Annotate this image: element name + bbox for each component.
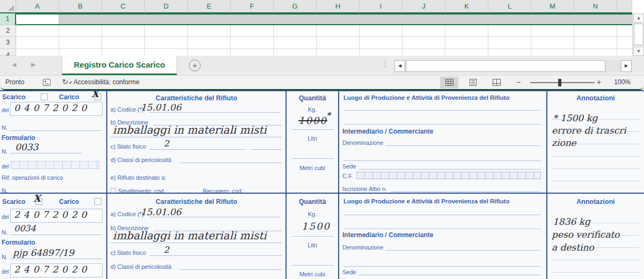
zoom-slider-thumb[interactable]	[558, 79, 561, 86]
luogo-header-2: Luogo di Produzione e Attività di Proven…	[343, 198, 543, 204]
classi-line-r2	[180, 262, 282, 270]
stato-fisico-line	[149, 142, 246, 150]
row-header-2[interactable]: 2	[0, 25, 16, 37]
column-header-m[interactable]: M	[531, 0, 574, 13]
kg-line-2	[292, 229, 334, 237]
carico-label: Carico	[59, 93, 79, 101]
form-divider-4	[546, 91, 547, 279]
form-divider-3	[338, 91, 339, 279]
column-header-a[interactable]: A	[16, 0, 59, 13]
litri-line-2	[292, 258, 334, 266]
column-header-e[interactable]: E	[188, 0, 231, 13]
annotazione-line-1: * 1500 kg	[553, 113, 598, 123]
column-header-l[interactable]: L	[488, 0, 531, 13]
del2-label: del	[2, 164, 9, 170]
quantita-header-2: Quantità	[287, 198, 338, 205]
descrizione-line2-r2	[111, 236, 282, 243]
intermediario-label: Intermediario / Commerciante	[342, 128, 433, 135]
horizontal-scrollbar[interactable]: ◀ ▶	[394, 60, 632, 72]
litri-label-2: Litri	[287, 242, 338, 248]
page-break-icon	[493, 79, 501, 86]
zoom-in-button[interactable]: +	[597, 78, 601, 86]
intermediario-label-2: Intermediario / Commerciante	[342, 231, 433, 239]
luogo-line3-r2	[343, 259, 541, 267]
sheet-options-dots-icon[interactable]: ⋮	[381, 59, 389, 69]
metri-cubi-label: Metri cubi	[287, 165, 338, 171]
stato-fisico-line2	[251, 142, 282, 150]
add-sheet-button[interactable]: +	[189, 60, 201, 71]
sheet-nav-left-icon[interactable]: ◀	[12, 61, 16, 68]
column-header-k[interactable]: K	[445, 0, 488, 13]
normal-view-button[interactable]	[440, 77, 458, 89]
horizontal-scroll-thumb[interactable]	[406, 60, 605, 72]
caratteristiche-header: Caratteristiche del Rifiuto	[107, 94, 286, 102]
luogo-line1	[343, 103, 541, 111]
page-break-view-button[interactable]	[487, 77, 506, 89]
formulario-date-value-2: 24072020	[14, 264, 91, 275]
column-header-f[interactable]: F	[231, 0, 274, 13]
sede-line-2	[358, 268, 541, 275]
classi-line	[180, 156, 282, 163]
sheet-tab-bar: ◀ ▶ Registro Carico Scarico + ⋮ ◀ ▶	[0, 56, 644, 75]
active-cell-a1[interactable]	[16, 14, 59, 24]
column-header-g[interactable]: G	[274, 0, 317, 13]
zoom-level-label[interactable]: 100%	[609, 78, 631, 86]
annotazioni-header: Annotazioni	[547, 94, 644, 102]
column-header-j[interactable]: J	[402, 0, 445, 13]
column-header-c[interactable]: C	[102, 0, 145, 13]
scarico-label-2: Scarico	[2, 198, 25, 205]
scarico-label: Scarico	[2, 93, 25, 101]
status-bar: Pronto ↻✔ Accessibilità: conforme −	[0, 75, 644, 89]
accessibility-status-label[interactable]: Accessibilità: conforme	[74, 78, 140, 86]
del2-label-2: del	[2, 269, 9, 275]
row-header-3[interactable]: 3	[0, 37, 16, 49]
sheet-nav-right-icon[interactable]: ▶	[31, 61, 35, 68]
page-layout-icon	[469, 79, 477, 86]
denominazione-line	[385, 138, 541, 146]
scarico-checkbox	[41, 93, 48, 100]
column-header-d[interactable]: D	[145, 0, 188, 13]
accessibility-icon[interactable]: ↻✔	[62, 78, 71, 86]
scroll-up-icon[interactable]: ▲	[633, 13, 644, 23]
zoom-out-button[interactable]: −	[516, 78, 521, 86]
register-record-1: Scarico Carico X del 04072020 N. Formula…	[0, 91, 644, 194]
page-layout-view-button[interactable]	[464, 77, 482, 89]
del-label: del	[2, 107, 9, 113]
albo-label: Iscrizione Albo n.	[342, 186, 387, 192]
row-header-4[interactable]: 4	[0, 49, 16, 56]
registro-form-image: Scarico Carico X del 04072020 N. Formula…	[0, 90, 644, 279]
h-scroll-right-icon[interactable]: ▶	[621, 60, 632, 72]
row-1-selection[interactable]	[16, 13, 632, 25]
litri-label: Litri	[287, 135, 338, 142]
kg-label-2: Kg.	[287, 211, 338, 217]
descrizione-line2	[111, 130, 282, 137]
column-header-stub	[617, 0, 632, 13]
sheet-tab-registro-carico-scarico[interactable]: Registro Carico Scarico	[62, 56, 177, 75]
macro-record-icon[interactable]	[43, 79, 50, 86]
classi-label-2: d) Classi di pericolosità	[111, 263, 171, 270]
metri-cubi-label-2: Metri cubi	[287, 271, 338, 277]
albo-line	[391, 185, 541, 192]
n-label-2: N.	[2, 229, 8, 236]
codice-line-2	[149, 210, 281, 217]
register-record-2: Scarico X Carico del 24072020 N. 0034 Fo…	[0, 194, 644, 279]
zoom-slider[interactable]	[530, 82, 595, 83]
vertical-scroll-thumb[interactable]	[634, 24, 643, 45]
scroll-down-icon[interactable]: ▼	[633, 47, 644, 56]
kg-line	[292, 122, 334, 130]
annotazione-line-2: errore di trascri	[552, 125, 626, 136]
column-header-h[interactable]: H	[317, 0, 360, 13]
select-all-corner[interactable]	[0, 0, 16, 13]
column-header-n[interactable]: N	[574, 0, 617, 13]
h-scroll-left-icon[interactable]: ◀	[394, 60, 405, 72]
destinato-label: e) Rifiuto destinato a:	[111, 174, 166, 181]
form-record-divider	[0, 193, 644, 194]
cf-boxes	[356, 172, 541, 179]
carico-check-mark: X	[91, 91, 99, 99]
row-header-1[interactable]: 1	[0, 13, 16, 25]
formulario-n-label-2: N.	[2, 254, 8, 260]
column-header-i[interactable]: I	[360, 0, 402, 13]
record-date-value: 04072020	[14, 102, 91, 113]
vertical-scrollbar[interactable]: ▲ ▼	[632, 13, 644, 56]
column-header-b[interactable]: B	[59, 0, 102, 13]
